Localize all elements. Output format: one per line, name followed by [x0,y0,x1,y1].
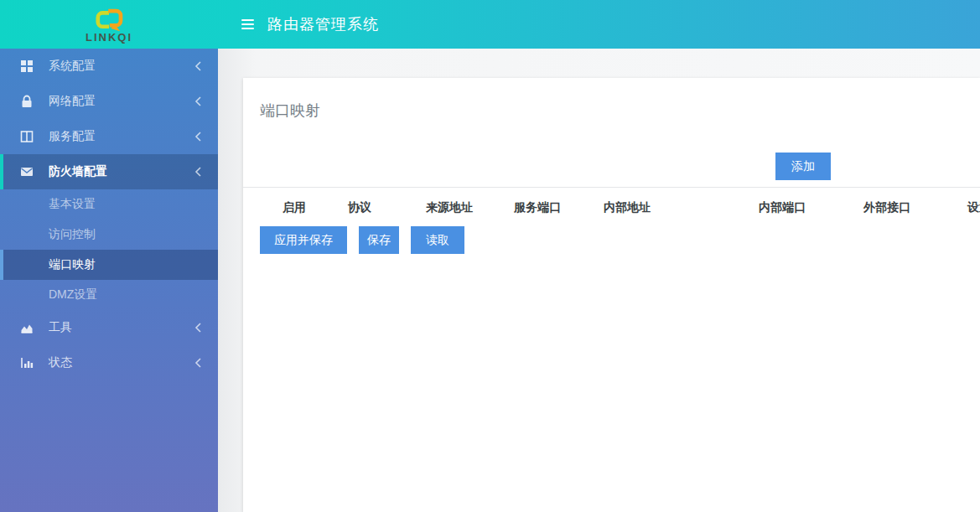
sidebar-item-firewall-config[interactable]: 防火墙配置 [0,154,218,189]
sub-item-label: 访问控制 [49,227,96,242]
chevron-left-icon [194,132,201,142]
chevron-left-icon [194,358,201,368]
sub-item-label: 基本设置 [49,197,96,212]
envelope-icon [20,165,34,178]
sidebar-item-label: 网络配置 [49,94,194,109]
sidebar-item-system-config[interactable]: 系统配置 [0,49,218,84]
linkqi-logo-icon [93,8,125,32]
content-area: 端口映射 添加 启用 协议 来源地址 服务端口 内部地址 内部端口 外部接口 设… [218,49,980,512]
sidebar-item-label: 系统配置 [49,59,194,74]
app-title: 路由器管理系统 [267,14,379,34]
topbar-main: 路由器管理系统 [218,0,980,49]
save-button[interactable]: 保存 [359,226,399,254]
column-header-internal-address: 内部地址 [604,200,651,215]
sidebar-item-label: 防火墙配置 [49,164,194,179]
firewall-submenu: 基本设置 访问控制 端口映射 DMZ设置 [0,189,218,310]
chevron-left-icon [194,323,201,333]
form-actions: 应用并保存 保存 读取 [243,226,980,254]
chevron-left-icon [194,96,201,106]
column-header-service-port: 服务端口 [514,200,561,215]
sidebar-subitem-basic-settings[interactable]: 基本设置 [0,189,218,220]
sidebar-item-status[interactable]: 状态 [0,345,218,380]
sidebar-item-label: 工具 [49,320,194,335]
apply-and-save-button[interactable]: 应用并保存 [260,226,347,254]
sub-item-label: 端口映射 [49,257,96,272]
column-header-external-interface: 外部接口 [863,200,910,215]
sidebar-subitem-port-mapping[interactable]: 端口映射 [0,250,218,280]
chevron-left-icon [194,61,201,71]
bar-chart-icon [20,356,34,370]
column-header-protocol: 协议 [348,200,371,215]
read-button[interactable]: 读取 [411,226,464,254]
port-mapping-card: 端口映射 添加 启用 协议 来源地址 服务端口 内部地址 内部端口 外部接口 设… [243,78,980,512]
sub-item-label: DMZ设置 [49,287,97,303]
sidebar-item-label: 状态 [49,355,194,370]
columns-icon [20,130,34,143]
sidebar-item-tools[interactable]: 工具 [0,310,218,345]
router-admin-page: LINKQI 路由器管理系统 系统配置 [0,0,980,512]
add-button[interactable]: 添加 [775,153,831,180]
sidebar: 系统配置 网络配置 服务配置 [0,49,218,512]
brand-logo: LINKQI [0,0,218,49]
column-header-internal-port: 内部端口 [759,200,806,215]
sidebar-item-service-config[interactable]: 服务配置 [0,119,218,154]
column-header-enable: 启用 [283,200,306,215]
area-chart-icon [20,321,34,334]
column-header-settings: 设置 [967,200,980,215]
column-header-source-address: 来源地址 [426,200,473,215]
brand-name: LINKQI [86,32,132,44]
chevron-left-icon [194,167,201,177]
lock-icon [20,95,34,108]
sidebar-item-network-config[interactable]: 网络配置 [0,84,218,119]
grid-icon [20,59,34,73]
sidebar-item-label: 服务配置 [49,129,194,144]
page-title: 端口映射 [243,78,980,122]
topbar: LINKQI 路由器管理系统 [0,0,980,49]
table-header-row: 启用 协议 来源地址 服务端口 内部地址 内部端口 外部接口 设置 [243,188,980,225]
table-toolbar: 添加 [243,153,980,180]
sidebar-subitem-dmz-settings[interactable]: DMZ设置 [0,280,218,310]
sidebar-subitem-access-control[interactable]: 访问控制 [0,220,218,250]
menu-toggle-icon[interactable] [241,19,254,29]
